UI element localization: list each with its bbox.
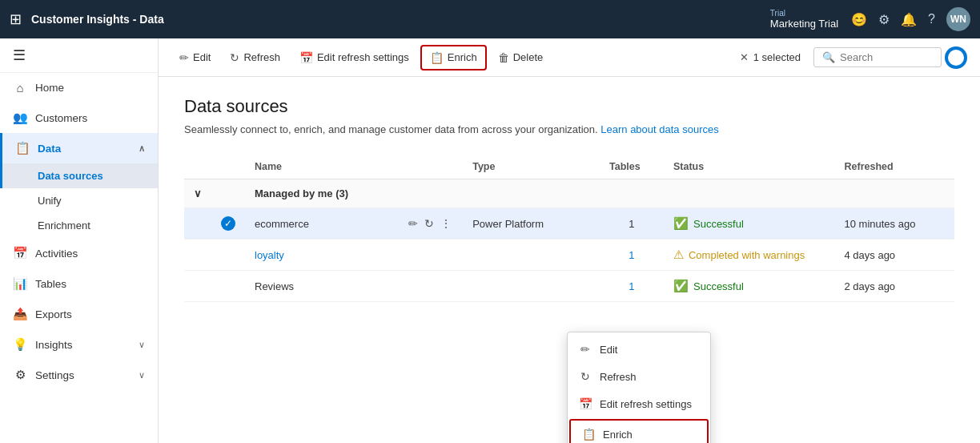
- customers-icon: 👥: [13, 111, 27, 125]
- grid-icon[interactable]: ⊞: [10, 10, 22, 28]
- sidebar-item-exports[interactable]: 📤 Exports: [0, 299, 158, 329]
- sidebar-hamburger[interactable]: ☰: [0, 38, 158, 73]
- col-checkbox: [211, 155, 245, 179]
- row-actions-loyalty: [399, 240, 463, 271]
- row-name-loyalty: loyalty: [245, 240, 399, 271]
- sidebar: ☰ ⌂ Home 👥 Customers 📋 Data ∧ Data sourc…: [0, 38, 159, 443]
- notifications-icon[interactable]: 😊: [851, 12, 867, 27]
- layout: ☰ ⌂ Home 👥 Customers 📋 Data ∧ Data sourc…: [0, 38, 980, 443]
- row-status-reviews: ✅ Successful: [664, 271, 835, 302]
- sidebar-item-customers[interactable]: 👥 Customers: [0, 103, 158, 133]
- activities-icon: 📅: [13, 246, 27, 260]
- table-row[interactable]: Reviews 1 ✅ Successful: [184, 271, 954, 302]
- row-status-ecommerce: ✅ Successful: [664, 208, 835, 240]
- refresh-label: Refresh: [243, 51, 280, 63]
- group-label: Managed by me (3): [245, 179, 954, 208]
- row-tables-ecommerce: 1: [600, 208, 664, 240]
- search-input[interactable]: [840, 51, 933, 63]
- trial-badge: Trial Marketing Trial: [770, 9, 838, 30]
- bell-icon[interactable]: 🔔: [901, 12, 917, 27]
- ctx-edit-refresh-label: Edit refresh settings: [600, 398, 692, 410]
- help-icon[interactable]: ?: [928, 12, 935, 26]
- row-expand-reviews: [184, 271, 211, 302]
- row-checkbox-ecommerce[interactable]: ✓: [211, 208, 245, 240]
- refresh-icon: ↻: [230, 51, 239, 64]
- group-row-managed: ∨ Managed by me (3): [184, 179, 954, 208]
- sidebar-item-activities[interactable]: 📅 Activities: [0, 238, 158, 268]
- selected-indicator: ✕ 1 selected: [740, 51, 801, 63]
- sidebar-label-tables: Tables: [35, 278, 66, 290]
- sidebar-item-tables[interactable]: 📊 Tables: [0, 268, 158, 299]
- edit-label: Edit: [193, 51, 211, 63]
- insights-icon: 💡: [13, 337, 27, 352]
- toolbar: ✏ Edit ↻ Refresh 📅 Edit refresh settings…: [159, 38, 980, 77]
- exports-icon: 📤: [13, 307, 27, 321]
- enrich-icon: 📋: [430, 51, 444, 64]
- search-icon: 🔍: [822, 51, 835, 63]
- table-row[interactable]: ✓ ecommerce ✏ ↻ ⋮: [184, 208, 954, 240]
- sidebar-item-insights[interactable]: 💡 Insights ∨: [0, 329, 158, 360]
- sidebar-label-settings: Settings: [35, 369, 74, 381]
- sidebar-sub-item-data-sources[interactable]: Data sources: [0, 163, 158, 188]
- settings-icon[interactable]: ⚙: [878, 12, 890, 27]
- sidebar-item-settings[interactable]: ⚙ Settings ∨: [0, 360, 158, 390]
- ci-brand-icon: [945, 46, 967, 69]
- edit-button[interactable]: ✏ Edit: [171, 46, 219, 69]
- avatar[interactable]: WN: [946, 7, 970, 31]
- status-success-badge: ✅ Successful: [673, 216, 825, 231]
- learn-link[interactable]: Learn about data sources: [600, 123, 718, 135]
- context-menu-item-enrich[interactable]: 📋 Enrich: [569, 419, 709, 443]
- context-menu-item-edit[interactable]: ✏ Edit: [568, 336, 710, 363]
- trial-label: Trial: [770, 9, 785, 18]
- topbar: ⊞ Customer Insights - Data Trial Marketi…: [0, 0, 980, 38]
- app-title: Customer Insights - Data: [31, 13, 764, 26]
- row-action-icons: ✏ ↻ ⋮: [408, 217, 453, 230]
- sidebar-sub-item-unify[interactable]: Unify: [0, 188, 158, 213]
- sidebar-label-exports: Exports: [35, 308, 72, 320]
- ctx-refresh-icon: ↻: [579, 370, 592, 383]
- sidebar-sub-item-enrichment[interactable]: Enrichment: [0, 213, 158, 238]
- settings-chevron-icon: ∨: [139, 370, 145, 381]
- row-tables-reviews: 1: [600, 271, 664, 302]
- search-box[interactable]: 🔍: [813, 47, 942, 67]
- enrich-button[interactable]: 📋 Enrich: [420, 45, 487, 70]
- sidebar-label-customers: Customers: [35, 112, 87, 124]
- col-tables: Tables: [600, 155, 664, 179]
- group-chevron[interactable]: ∨: [184, 179, 211, 208]
- edit-refresh-button[interactable]: 📅 Edit refresh settings: [291, 46, 417, 69]
- row-refresh-icon[interactable]: ↻: [424, 217, 434, 230]
- status-warning-badge: ⚠ Completed with warnings: [673, 248, 825, 262]
- insights-chevron-icon: ∨: [139, 340, 145, 350]
- delete-button[interactable]: 🗑 Delete: [490, 46, 552, 69]
- row-edit-icon[interactable]: ✏: [408, 217, 418, 230]
- deselect-icon[interactable]: ✕: [740, 51, 749, 63]
- context-menu-item-edit-refresh[interactable]: 📅 Edit refresh settings: [568, 390, 710, 417]
- context-menu-item-refresh[interactable]: ↻ Refresh: [568, 363, 710, 390]
- ctx-edit-icon: ✏: [579, 343, 592, 356]
- ctx-edit-refresh-icon: 📅: [579, 397, 592, 410]
- sidebar-label-insights: Insights: [35, 339, 73, 351]
- edit-icon: ✏: [179, 51, 189, 64]
- row-type-ecommerce: Power Platform: [463, 208, 600, 240]
- row-expand-ecommerce: [184, 208, 211, 240]
- ctx-edit-label: Edit: [600, 344, 617, 356]
- delete-label: Delete: [513, 51, 544, 63]
- row-checkbox-loyalty[interactable]: [211, 240, 245, 271]
- row-more-icon[interactable]: ⋮: [440, 217, 452, 230]
- table-row[interactable]: loyalty 1 ⚠ Completed with warnings: [184, 240, 954, 271]
- sidebar-item-data[interactable]: 📋 Data ∧: [0, 133, 158, 163]
- checkbox-checked-icon: ✓: [221, 216, 235, 231]
- ctx-refresh-label: Refresh: [600, 371, 637, 383]
- ctx-enrich-label: Enrich: [603, 429, 633, 441]
- success-icon-2: ✅: [673, 279, 689, 293]
- selected-count: 1 selected: [753, 51, 801, 63]
- sidebar-item-home[interactable]: ⌂ Home: [0, 73, 158, 103]
- refresh-button[interactable]: ↻ Refresh: [222, 46, 288, 69]
- row-refreshed-reviews: 2 days ago: [835, 271, 955, 302]
- page-description: Seamlessly connect to, enrich, and manag…: [184, 123, 954, 135]
- data-sources-table: Name Type Tables Status Ref: [184, 155, 954, 302]
- row-checkbox-reviews[interactable]: [211, 271, 245, 302]
- page-desc-text: Seamlessly connect to, enrich, and manag…: [184, 123, 598, 135]
- row-name-ecommerce: ecommerce: [245, 208, 399, 240]
- success-icon: ✅: [673, 216, 689, 231]
